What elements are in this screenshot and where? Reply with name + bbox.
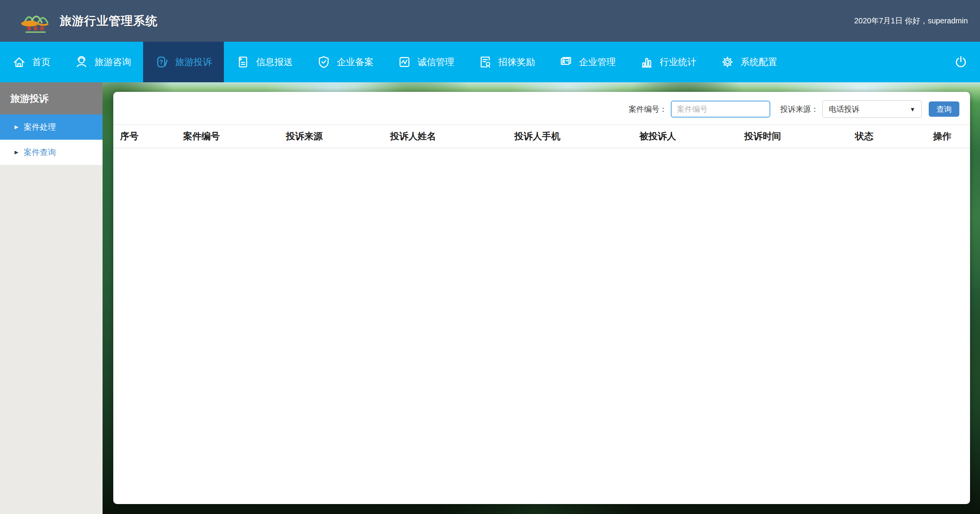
nav-item-label: 企业管理: [579, 56, 616, 68]
nav-item-label: 系统配置: [740, 56, 777, 68]
app-header: 旅游行业管理系统 2020年7月1日 你好，superadmin: [0, 0, 980, 42]
shield-check-icon: [316, 55, 331, 69]
nav-item-label: 招徕奖励: [498, 56, 535, 68]
nav-item-integrity[interactable]: 诚信管理: [385, 42, 466, 82]
sidebar-item-case-handling[interactable]: ▶ 案件处理: [0, 114, 103, 140]
col-header-source: 投诉来源: [253, 125, 356, 148]
sidebar-item-label: 案件处理: [24, 122, 56, 132]
col-header-phone: 投诉人手机: [471, 125, 604, 148]
nav-item-label: 旅游投诉: [175, 56, 212, 68]
col-header-name: 投诉人姓名: [356, 125, 471, 148]
award-icon: [478, 55, 492, 69]
bar-stats-icon: [639, 55, 654, 69]
col-header-actions: 操作: [914, 125, 970, 148]
nav-item-label: 信息报送: [256, 56, 293, 68]
col-header-time: 投诉时间: [711, 125, 814, 148]
nav-item-label: 企业备案: [337, 56, 373, 68]
source-label: 投诉来源：: [780, 104, 819, 114]
report-icon: [236, 55, 250, 69]
integrity-chart-icon: [397, 55, 412, 69]
search-toolbar: 案件编号： 投诉来源： 电话投诉 ▼ 查询: [629, 100, 959, 118]
source-select[interactable]: 电话投诉 ▼: [822, 100, 922, 118]
page-title: 旅游行业管理系统: [60, 13, 158, 29]
col-header-respondent: 被投诉人: [604, 125, 711, 148]
triangle-bullet-icon: ▶: [15, 124, 18, 130]
content-panel: 案件编号： 投诉来源： 电话投诉 ▼ 查询 序号 案件编号 投诉来源 投诉人姓名…: [113, 92, 970, 504]
case-no-label: 案件编号：: [629, 104, 667, 114]
power-icon: [953, 54, 969, 70]
nav-item-settings[interactable]: 系统配置: [708, 42, 789, 82]
sidebar-item-label: 案件查询: [24, 147, 56, 158]
nav-item-award[interactable]: 招徕奖励: [466, 42, 547, 82]
sidebar: 旅游投诉 ▶ 案件处理 ▶ 案件查询: [0, 82, 103, 514]
col-header-status: 状态: [814, 125, 914, 148]
home-icon: [12, 55, 26, 69]
complaint-icon: ?: [155, 55, 170, 69]
dropdown-arrow-icon: ▼: [910, 106, 915, 113]
nav-item-stats[interactable]: 行业统计: [628, 42, 708, 82]
sidebar-item-case-query[interactable]: ▶ 案件查询: [0, 140, 103, 165]
user-greeting: 2020年7月1日 你好，superadmin: [854, 16, 968, 26]
nav-item-complaint[interactable]: ? 旅游投诉: [143, 42, 224, 82]
svg-text:?: ?: [160, 59, 163, 65]
consult-icon: [74, 55, 89, 69]
col-header-index: 序号: [113, 125, 150, 148]
gear-icon: [720, 55, 735, 69]
case-no-input[interactable]: [671, 101, 770, 117]
nav-item-label: 诚信管理: [417, 56, 454, 68]
source-select-value: 电话投诉: [829, 104, 859, 114]
nav-item-home[interactable]: 首页: [0, 42, 62, 82]
cases-table: 序号 案件编号 投诉来源 投诉人姓名 投诉人手机 被投诉人 投诉时间 状态 操作: [113, 124, 970, 148]
logout-button[interactable]: [942, 42, 980, 82]
triangle-bullet-icon: ▶: [15, 149, 18, 155]
nav-item-report[interactable]: 信息报送: [224, 42, 305, 82]
query-button[interactable]: 查询: [929, 101, 959, 117]
nav-item-enterprise[interactable]: 企业管理: [547, 42, 628, 82]
nav-item-label: 旅游咨询: [95, 56, 131, 68]
nav-item-consult[interactable]: 旅游咨询: [62, 42, 143, 82]
app-logo-icon: [18, 8, 54, 34]
nav-item-label: 首页: [32, 56, 51, 68]
enterprise-card-icon: [559, 55, 573, 69]
sidebar-title: 旅游投诉: [0, 82, 103, 114]
nav-item-label: 行业统计: [660, 56, 696, 68]
nav-item-filing[interactable]: 企业备案: [305, 42, 385, 82]
main-nav: 首页 旅游咨询 ? 旅游投诉 信息报送 企业备案 诚信管理: [0, 42, 980, 82]
col-header-case-no: 案件编号: [150, 125, 253, 148]
table-header-row: 序号 案件编号 投诉来源 投诉人姓名 投诉人手机 被投诉人 投诉时间 状态 操作: [113, 125, 970, 148]
